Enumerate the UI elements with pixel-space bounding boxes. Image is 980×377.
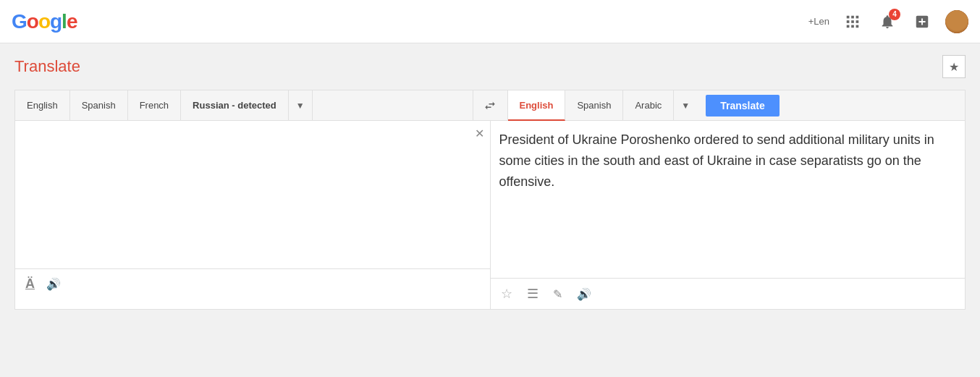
- target-lang-spanish[interactable]: Spanish: [565, 90, 623, 121]
- page-content: Translate ★ English Spanish French Russi…: [0, 43, 980, 321]
- source-textarea[interactable]: [15, 121, 490, 266]
- output-edit-icon: ✎: [553, 287, 562, 301]
- output-area: President of Ukraine Poroshenko ordered …: [491, 121, 966, 295]
- target-lang-dropdown[interactable]: ▼: [674, 90, 697, 121]
- svg-rect-7: [851, 25, 854, 27]
- notification-badge: 4: [889, 9, 900, 20]
- logo-g: G: [12, 10, 27, 33]
- avatar-image: [945, 10, 968, 33]
- svg-rect-5: [856, 20, 859, 23]
- title-bar: Translate ★: [14, 55, 966, 78]
- svg-rect-8: [856, 25, 859, 27]
- logo-g2: g: [50, 10, 62, 33]
- svg-rect-1: [851, 15, 854, 18]
- avatar[interactable]: [945, 10, 968, 33]
- logo-l: l: [62, 10, 67, 33]
- source-input-area: ✕ Ä 🔊: [15, 121, 491, 309]
- username-link[interactable]: +Len: [808, 16, 829, 27]
- translate-button[interactable]: Translate: [706, 95, 779, 117]
- output-list-button[interactable]: ☰: [524, 283, 541, 305]
- input-toolbar: Ä 🔊: [15, 268, 490, 299]
- source-lang-tabs: English Spanish French Russian - detecte…: [15, 90, 473, 121]
- svg-rect-4: [851, 20, 854, 23]
- language-bar: English Spanish French Russian - detecte…: [15, 90, 965, 121]
- output-area-wrapper: President of Ukraine Poroshenko ordered …: [491, 121, 966, 309]
- output-list-icon: ☰: [527, 286, 538, 302]
- output-star-button[interactable]: ☆: [498, 283, 515, 305]
- logo-e: e: [67, 10, 77, 33]
- svg-rect-0: [847, 15, 850, 18]
- source-lang-spanish[interactable]: Spanish: [70, 90, 128, 121]
- font-button[interactable]: Ä: [22, 274, 38, 295]
- target-lang-english[interactable]: English: [508, 90, 566, 121]
- input-sound-icon: 🔊: [46, 277, 61, 291]
- page-title: Translate: [14, 57, 80, 76]
- translator: English Spanish French Russian - detecte…: [14, 90, 966, 310]
- output-star-icon: ☆: [501, 286, 512, 302]
- source-lang-french[interactable]: French: [128, 90, 181, 121]
- header: Google +Len 4: [0, 0, 980, 43]
- add-icon[interactable]: [911, 10, 934, 33]
- output-edit-button[interactable]: ✎: [550, 284, 565, 304]
- source-lang-dropdown[interactable]: ▼: [289, 90, 313, 121]
- swap-languages-button[interactable]: [473, 90, 508, 121]
- grid-icon[interactable]: [841, 10, 864, 33]
- output-sound-icon: 🔊: [577, 287, 591, 301]
- output-sound-button[interactable]: 🔊: [574, 284, 594, 304]
- translated-text: President of Ukraine Poroshenko ordered …: [499, 130, 957, 192]
- svg-rect-6: [847, 25, 850, 27]
- target-lang-arabic[interactable]: Arabic: [623, 90, 674, 121]
- text-areas: ✕ Ä 🔊 President of Ukraine Poroshenko or…: [15, 121, 965, 309]
- bookmark-button[interactable]: ★: [942, 55, 966, 78]
- clear-button[interactable]: ✕: [475, 127, 484, 140]
- font-icon: Ä: [25, 276, 35, 292]
- svg-rect-2: [856, 15, 859, 18]
- notification-icon[interactable]: 4: [876, 10, 899, 33]
- svg-rect-3: [847, 20, 850, 23]
- source-lang-russian[interactable]: Russian - detected: [181, 90, 289, 121]
- output-toolbar: ☆ ☰ ✎ 🔊: [491, 278, 966, 309]
- google-logo: Google: [12, 10, 77, 33]
- target-lang-tabs: English Spanish Arabic ▼ Translate: [508, 90, 966, 121]
- header-right: +Len 4: [808, 10, 968, 33]
- logo-o1: o: [27, 10, 38, 33]
- header-left: Google: [12, 10, 77, 33]
- input-sound-button[interactable]: 🔊: [43, 274, 64, 294]
- bookmark-icon: ★: [949, 60, 959, 74]
- logo-o2: o: [38, 10, 50, 33]
- source-lang-english[interactable]: English: [15, 90, 70, 121]
